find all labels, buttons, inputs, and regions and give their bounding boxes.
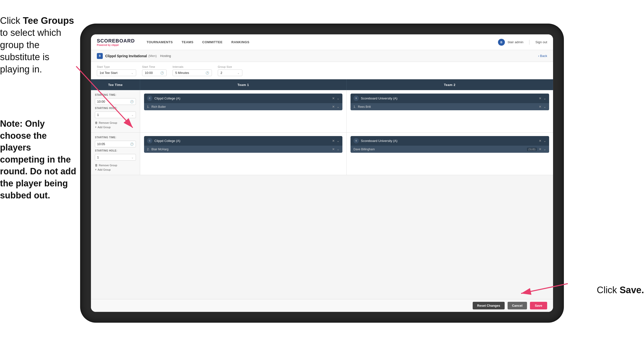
sign-out-link[interactable]: Sign out bbox=[535, 40, 547, 44]
logo-area: SCOREBOARD Powered by clippd bbox=[97, 38, 135, 46]
group-team2-2: S Scoreboard University (A) ✕ ⌄ Dave Bil… bbox=[346, 133, 553, 175]
intervals-label: Intervals bbox=[172, 65, 212, 68]
player-name-2: Rees Britt bbox=[358, 105, 537, 108]
cancel-button[interactable]: Cancel bbox=[508, 302, 527, 310]
player-remove-3[interactable]: ✕ bbox=[332, 147, 335, 151]
nav-teams[interactable]: TEAMS bbox=[177, 38, 198, 46]
start-type-input[interactable]: 1st Tee Start ⌄ bbox=[97, 69, 136, 76]
team-name-4: Scoreboard University (A) bbox=[361, 139, 537, 143]
player-name-3: Blair McHarg bbox=[152, 148, 330, 151]
team-remove-3[interactable]: ✕ bbox=[332, 139, 335, 143]
team-name-1: Clippd College (A) bbox=[154, 96, 330, 100]
player-row-1: 1. Rich Butler ✕ ⌄ bbox=[144, 103, 342, 110]
starting-hole-input-1[interactable]: 1 ⌄ bbox=[95, 111, 136, 118]
breadcrumb-bar: B Clippd Spring Invitational (Men) Hosti… bbox=[91, 50, 553, 62]
team-remove-4[interactable]: ✕ bbox=[539, 139, 542, 143]
group-team1-1: C Clippd College (A) ✕ ⌄ 1. Rich B bbox=[140, 90, 346, 132]
starting-time-input-1[interactable]: 10:00 🕐 bbox=[95, 98, 136, 105]
content-area: Start Type 1st Tee Start ⌄ Start Time 10… bbox=[91, 62, 553, 312]
team-expand-2[interactable]: ⌄ bbox=[544, 96, 546, 100]
player-num-3: 2. bbox=[147, 148, 150, 151]
clock-icon-3: 🕐 bbox=[130, 100, 134, 103]
intervals-input[interactable]: 5 Minutes 🕐 bbox=[172, 69, 212, 76]
group-team1-2: C Clippd College (A) ✕ ⌄ 2. Blair bbox=[140, 133, 346, 175]
group-size-input[interactable]: 2 ⌄ bbox=[218, 69, 242, 76]
player-remove-2[interactable]: ✕ bbox=[539, 105, 542, 108]
start-type-label: Start Type bbox=[97, 65, 136, 68]
team-controls-4: ✕ ⌄ bbox=[539, 139, 546, 143]
starting-time-label-1: STARTING TIME: bbox=[95, 94, 136, 96]
player-remove-1[interactable]: ✕ bbox=[332, 105, 335, 108]
chevron-hole-2: ⌄ bbox=[131, 156, 134, 159]
remove-icon-2: 🗑 bbox=[95, 164, 98, 167]
nav-right: B blair admin Sign out bbox=[498, 39, 547, 46]
group-actions-2: 🗑 Remove Group + Add Group bbox=[95, 164, 136, 171]
team-controls-2: ✕ ⌄ bbox=[539, 96, 546, 100]
player-row-4: Dave Billingham (SUB) ✕ ⌄ bbox=[350, 145, 549, 153]
click-save-text: Click Save. bbox=[597, 285, 644, 296]
player-name-1: Rich Butler bbox=[152, 105, 330, 108]
team-expand-1[interactable]: ⌄ bbox=[337, 96, 340, 100]
group-team2-1: S Scoreboard University (A) ✕ ⌄ 1. bbox=[346, 90, 553, 132]
team-icon-3: C bbox=[147, 138, 152, 143]
start-time-input[interactable]: 10:00 🕐 bbox=[142, 69, 167, 76]
player-row-3: 2. Blair McHarg ✕ ⌄ bbox=[144, 145, 342, 153]
team-remove-1[interactable]: ✕ bbox=[332, 96, 335, 100]
save-button[interactable]: Save bbox=[530, 302, 547, 310]
back-button[interactable]: ‹ Back bbox=[538, 54, 547, 58]
player-row-2: 1. Rees Britt ✕ ⌄ bbox=[350, 103, 549, 110]
chevron-down-icon: ⌄ bbox=[131, 71, 134, 75]
team-expand-3[interactable]: ⌄ bbox=[337, 139, 340, 143]
nav-tournaments[interactable]: TOURNAMENTS bbox=[142, 38, 177, 46]
add-group-1[interactable]: + Add Group bbox=[95, 125, 136, 129]
team-card-4: S Scoreboard University (A) ✕ ⌄ Dave Bil… bbox=[350, 136, 549, 153]
app-container: SCOREBOARD Powered by clippd TOURNAMENTS… bbox=[91, 34, 553, 312]
reset-changes-button[interactable]: Reset Changes bbox=[473, 302, 505, 310]
team-card-1: C Clippd College (A) ✕ ⌄ 1. Rich B bbox=[144, 94, 342, 110]
team-card-header-1: C Clippd College (A) ✕ ⌄ bbox=[144, 94, 342, 103]
group-row: STARTING TIME: 10:00 🕐 STARTING HOLE: 1 … bbox=[91, 90, 553, 133]
team-card-header-3: C Clippd College (A) ✕ ⌄ bbox=[144, 136, 342, 145]
breadcrumb-hosting: Hosting bbox=[160, 54, 171, 58]
remove-group-1[interactable]: 🗑 Remove Group bbox=[95, 121, 136, 124]
breadcrumb-title: Clippd Spring Invitational bbox=[105, 54, 147, 58]
player-expand-2[interactable]: ⌄ bbox=[544, 105, 546, 108]
player-name-4: Dave Billingham bbox=[354, 148, 525, 151]
group-row-2: STARTING TIME: 10:05 🕐 STARTING HOLE: 1 … bbox=[91, 133, 553, 175]
team-card-3: C Clippd College (A) ✕ ⌄ 2. Blair bbox=[144, 136, 342, 153]
team-remove-2[interactable]: ✕ bbox=[539, 96, 542, 100]
team-expand-4[interactable]: ⌄ bbox=[544, 139, 546, 143]
team-icon-2: S bbox=[354, 95, 359, 101]
bottom-bar: Reset Changes Cancel Save bbox=[91, 299, 553, 312]
team-card-2: S Scoreboard University (A) ✕ ⌄ 1. bbox=[350, 94, 549, 110]
clock-icon: 🕐 bbox=[160, 71, 164, 75]
team-icon-1: C bbox=[147, 95, 152, 101]
nav-rankings[interactable]: RANKINGS bbox=[227, 38, 254, 46]
add-icon-2: + bbox=[95, 168, 96, 171]
start-time-label: Start Time bbox=[142, 65, 167, 68]
player-expand-1[interactable]: ⌄ bbox=[337, 105, 340, 108]
nav-committee[interactable]: COMMITTEE bbox=[198, 38, 227, 46]
starting-hole-label-1: STARTING HOLE: bbox=[95, 107, 136, 109]
breadcrumb-icon: B bbox=[97, 53, 103, 59]
start-type-group: Start Type 1st Tee Start ⌄ bbox=[97, 65, 136, 76]
tee-groups-bold: Tee Groups bbox=[23, 15, 74, 26]
group-size-group: Group Size 2 ⌄ bbox=[218, 65, 242, 76]
starting-hole-label-2: STARTING HOLE: bbox=[95, 149, 136, 152]
note-text: Note: Only choose the players competing … bbox=[0, 118, 76, 201]
starting-hole-input-2[interactable]: 1 ⌄ bbox=[95, 154, 136, 161]
team-controls-1: ✕ ⌄ bbox=[332, 96, 340, 100]
add-group-2[interactable]: + Add Group bbox=[95, 168, 136, 171]
group-left-2: STARTING TIME: 10:05 🕐 STARTING HOLE: 1 … bbox=[91, 133, 140, 175]
group-actions-1: 🗑 Remove Group + Add Group bbox=[95, 121, 136, 129]
starting-time-input-2[interactable]: 10:05 🕐 bbox=[95, 141, 136, 147]
clock-icon-2: 🕐 bbox=[206, 71, 209, 75]
starting-time-label-2: STARTING TIME: bbox=[95, 136, 136, 139]
player-expand-3[interactable]: ⌄ bbox=[337, 147, 340, 151]
player-expand-4[interactable]: ⌄ bbox=[544, 147, 546, 151]
player-remove-4[interactable]: ✕ bbox=[539, 147, 542, 151]
table-header: Tee Time Team 1 Team 2 bbox=[91, 79, 553, 90]
player-num-2: 1. bbox=[354, 105, 356, 108]
remove-group-2[interactable]: 🗑 Remove Group bbox=[95, 164, 136, 167]
team-icon-4: S bbox=[354, 138, 359, 143]
